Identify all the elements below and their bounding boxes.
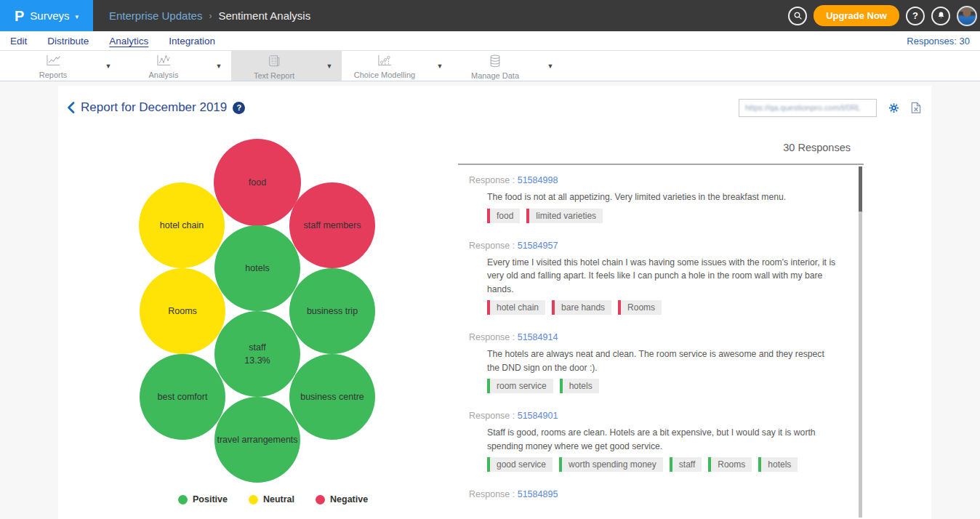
- menu-item-edit[interactable]: Edit: [10, 36, 27, 47]
- tag-limited-varieties[interactable]: limited varieties: [526, 209, 603, 223]
- bubble-staff[interactable]: staff13.3%: [214, 311, 300, 397]
- title-help-icon[interactable]: ?: [233, 102, 245, 114]
- bubble-hotels[interactable]: hotels: [214, 225, 300, 311]
- chevron-down-icon[interactable]: ▼: [96, 63, 121, 70]
- toolbar-item-label: Choice Modelling: [354, 71, 415, 79]
- toolbar-item-main: Choice Modelling: [342, 52, 427, 79]
- back-button[interactable]: [67, 102, 75, 113]
- bubble-chart: PositiveNeutralNegative foodhotel chains…: [138, 138, 381, 516]
- tag-hotels[interactable]: hotels: [758, 457, 798, 472]
- notifications-button[interactable]: [931, 7, 950, 25]
- tag-rooms[interactable]: Rooms: [618, 300, 662, 315]
- legend-label: Negative: [330, 494, 368, 504]
- questionpro-logo: P: [15, 9, 24, 23]
- toolbar-item-text-report[interactable]: Text Report▼: [231, 51, 342, 81]
- tag-food[interactable]: food: [487, 209, 520, 223]
- export-excel-button[interactable]: [911, 102, 921, 113]
- toolbar-item-reports[interactable]: Reports▼: [10, 51, 121, 81]
- gear-icon: [888, 102, 899, 113]
- response-item: Response : 51584895: [469, 489, 849, 499]
- responses-scrollbar[interactable]: [859, 166, 862, 518]
- breadcrumb-survey-name[interactable]: Enterprise Updates: [109, 9, 202, 22]
- response-label: Response :: [469, 411, 518, 421]
- response-item: Response : 51584998The food is not at al…: [469, 175, 849, 223]
- response-tags: good serviceworth spending moneystaffRoo…: [469, 457, 849, 472]
- responses-summary[interactable]: Responses: 30: [907, 36, 970, 47]
- tag-bare-hands[interactable]: bare hands: [552, 300, 611, 315]
- bubble-label: Rooms: [168, 305, 197, 318]
- toolbar-item-main: Reports: [10, 52, 96, 79]
- response-id-link[interactable]: 51584998: [518, 175, 558, 185]
- response-id-link[interactable]: 51584901: [518, 411, 558, 421]
- response-id-link[interactable]: 51584914: [518, 332, 558, 342]
- bubble-food[interactable]: food: [214, 139, 301, 226]
- bubble-best-comfort[interactable]: best comfort: [140, 354, 225, 440]
- report-settings-button[interactable]: [888, 102, 899, 113]
- chevron-down-icon: ▾: [76, 13, 79, 20]
- legend-label: Positive: [193, 494, 228, 504]
- user-avatar[interactable]: [957, 6, 977, 26]
- response-id-link[interactable]: 51584957: [518, 241, 558, 251]
- search-button[interactable]: [788, 7, 807, 25]
- response-header: Response : 51584998: [469, 175, 849, 185]
- menu-item-integration[interactable]: Integration: [169, 36, 215, 47]
- responses-count: 30 Responses: [458, 124, 864, 164]
- chevron-down-icon[interactable]: ▼: [317, 63, 342, 70]
- response-text: Staff is good, rooms are clean. Hotels a…: [469, 426, 836, 453]
- tag-rooms[interactable]: Rooms: [708, 457, 752, 472]
- responses-section: 30 Responses Response : 51584998The food…: [458, 124, 864, 518]
- response-id-link[interactable]: 51584895: [518, 489, 558, 499]
- toolbar-item-label: Manage Data: [471, 71, 519, 80]
- responses-list: Response : 51584998The food is not at al…: [469, 165, 849, 499]
- toolbar-item-analysis[interactable]: Analysis▼: [121, 51, 231, 81]
- surveys-menu-button[interactable]: P Surveys ▾: [0, 0, 93, 31]
- toolbar-item-choice-modelling[interactable]: Choice Modelling▼: [342, 51, 452, 81]
- responses-panel: Response : 51584998The food is not at al…: [458, 164, 864, 518]
- help-button[interactable]: ?: [906, 7, 925, 25]
- report-toolbar: Reports▼Analysis▼Text Report▼Choice Mode…: [0, 51, 980, 81]
- tag-worth-spending-money[interactable]: worth spending money: [559, 457, 663, 472]
- bubble-label: staff: [249, 341, 265, 354]
- bubble-travel-arrangements[interactable]: travel arrangements: [214, 397, 300, 483]
- top-bar: P Surveys ▾ Enterprise Updates › Sentime…: [0, 0, 980, 31]
- menu-item-analytics[interactable]: Analytics: [109, 36, 148, 47]
- bubble-hotel-chain[interactable]: hotel chain: [139, 182, 225, 268]
- tag-hotels[interactable]: hotels: [560, 379, 599, 393]
- topbar-actions: Upgrade Now ?: [788, 5, 980, 26]
- upgrade-now-button[interactable]: Upgrade Now: [814, 5, 899, 26]
- breadcrumb-separator: ›: [209, 11, 212, 21]
- toolbar-item-label: Text Report: [254, 71, 294, 80]
- tag-hotel-chain[interactable]: hotel chain: [487, 300, 545, 315]
- response-text: The food is not at all appetizing. Very …: [469, 190, 836, 204]
- response-label: Response :: [469, 489, 518, 499]
- report-header: Report for December 2019 ?: [58, 86, 931, 124]
- response-text: Every time I visited this hotel chain I …: [469, 256, 836, 297]
- bubble-label: hotel chain: [160, 219, 204, 232]
- bubble-value: 13.3%: [244, 354, 270, 367]
- response-header: Response : 51584914: [469, 332, 849, 342]
- tag-good-service[interactable]: good service: [487, 457, 553, 472]
- report-card: Report for December 2019 ? PositiveNeutr…: [58, 86, 931, 519]
- breadcrumb-current-page: Sentiment Analysis: [218, 9, 310, 22]
- page-title: Report for December 2019: [81, 100, 227, 115]
- search-icon: [793, 11, 803, 20]
- chevron-down-icon[interactable]: ▼: [538, 63, 563, 70]
- bubble-staff-members[interactable]: staff members: [289, 182, 375, 268]
- bubble-business-centre[interactable]: business centre: [289, 354, 375, 440]
- line-chart-icon: [45, 55, 61, 70]
- chevron-down-icon[interactable]: ▼: [206, 63, 231, 70]
- survey-menu-bar: EditDistributeAnalyticsIntegration Respo…: [0, 31, 980, 51]
- scrollbar-thumb[interactable]: [859, 166, 862, 212]
- response-item: Response : 51584901Staff is good, rooms …: [469, 411, 849, 472]
- chevron-down-icon[interactable]: ▼: [427, 63, 452, 70]
- bubble-label: best comfort: [158, 390, 208, 403]
- toolbar-item-manage-data[interactable]: Manage Data▼: [452, 51, 563, 81]
- menu-item-distribute[interactable]: Distribute: [47, 36, 89, 47]
- tag-room-service[interactable]: room service: [487, 379, 553, 393]
- bubble-rooms[interactable]: Rooms: [140, 268, 225, 354]
- response-label: Response :: [469, 175, 518, 185]
- tag-staff[interactable]: staff: [670, 457, 702, 472]
- share-url-input[interactable]: [739, 103, 876, 112]
- response-item: Response : 51584957Every time I visited …: [469, 241, 849, 315]
- bubble-business-trip[interactable]: business trip: [289, 268, 375, 354]
